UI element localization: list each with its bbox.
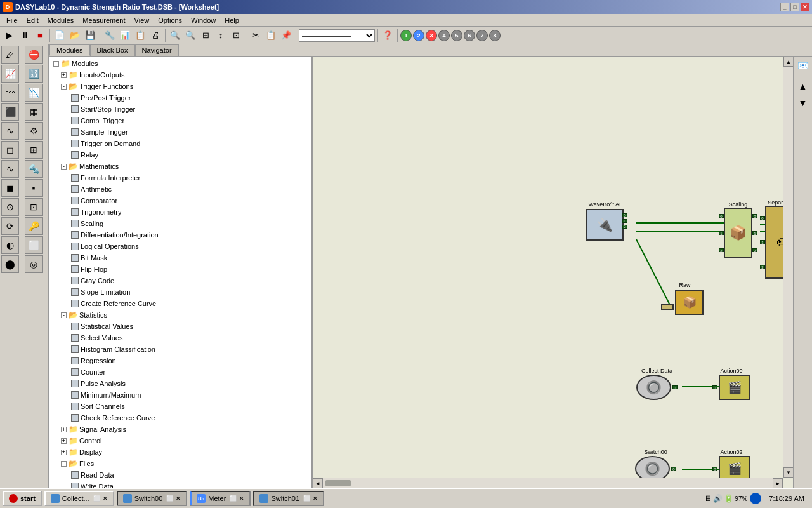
icon-tool-24[interactable]: ◎ [25, 255, 43, 273]
tree-counter[interactable]: Counter [51, 366, 310, 378]
block-action00[interactable]: Action00 0 🎬 [712, 368, 750, 400]
taskbar-close-collect[interactable]: ✕ [103, 495, 108, 502]
tree-sortch[interactable]: Sort Channels [51, 401, 310, 412]
expand-signal[interactable]: + [61, 427, 67, 432]
icon-tool-13[interactable]: ∿ [1, 160, 19, 178]
btn-3[interactable]: 3 [426, 30, 437, 41]
scroll-down-btn[interactable]: ▼ [783, 467, 793, 478]
taskbar-close-switch01[interactable]: ✕ [313, 495, 318, 502]
zoom-out[interactable]: 🔍 [183, 29, 197, 43]
tree-writedata[interactable]: Write Data [51, 481, 310, 488]
expand-stats[interactable]: - [61, 312, 67, 318]
expand-inputs[interactable]: + [61, 72, 67, 78]
tool3[interactable]: 📋 [133, 29, 147, 43]
tree-trigger-functions[interactable]: - 📂 Trigger Functions [51, 81, 310, 92]
taskbar-icon-restore-meter[interactable]: ⬜ [230, 495, 237, 502]
tree-mathematics[interactable]: - 📂 Mathematics [51, 161, 310, 172]
icon-tool-14[interactable]: 🔩 [25, 160, 43, 178]
window-controls[interactable]: _ □ ✕ [780, 3, 809, 11]
tree-readdata[interactable]: Read Data [51, 469, 310, 481]
tree-pulse[interactable]: Pulse Analysis [51, 378, 310, 389]
open-button[interactable]: 📂 [68, 29, 82, 43]
block-action02[interactable]: Action02 0 🎬 [712, 449, 750, 481]
taskbar-icon-restore-switch01[interactable]: ⬜ [303, 495, 310, 502]
icon-tool-21[interactable]: ◐ [1, 236, 19, 254]
tree-arithmetic[interactable]: Arithmetic [51, 184, 310, 195]
icon-tool-2[interactable]: ⛔ [25, 46, 43, 64]
tree-regression[interactable]: Regression [51, 355, 310, 366]
close-button[interactable]: ✕ [801, 3, 809, 11]
tree-flipflop[interactable]: Flip Flop [51, 264, 310, 275]
tree-sample[interactable]: Sample Trigger [51, 126, 310, 138]
tree-histogram[interactable]: Histogram Classification [51, 344, 310, 355]
tree-control[interactable]: + 📁 Control [51, 435, 310, 446]
icon-tool-5[interactable]: 〰 [1, 84, 19, 102]
expand-display[interactable]: + [61, 450, 67, 455]
icon-tool-4[interactable]: 🔢 [25, 65, 43, 83]
tab-blackbox[interactable]: Black Box [90, 44, 135, 56]
icon-tool-11[interactable]: ◻ [1, 141, 19, 159]
menu-help[interactable]: Help [221, 16, 243, 25]
tree-relay[interactable]: Relay [51, 149, 310, 161]
icon-tool-15[interactable]: ◼ [1, 179, 19, 197]
copy-button[interactable]: 📋 [264, 29, 278, 43]
tree-graycode[interactable]: Gray Code [51, 275, 310, 286]
btn-8[interactable]: 8 [489, 30, 501, 41]
icon-tool-9[interactable]: ∿ [1, 122, 19, 140]
icon-tool-6[interactable]: 📉 [25, 84, 43, 102]
btn-1[interactable]: 1 [400, 30, 412, 41]
menu-modules[interactable]: Modules [44, 16, 78, 25]
tree-inputs-outputs[interactable]: + 📁 Inputs/Outputs [51, 69, 310, 81]
taskbar-close-meter[interactable]: ✕ [239, 495, 244, 502]
menu-edit[interactable]: Edit [23, 16, 43, 25]
expand-control[interactable]: + [61, 438, 67, 444]
block-raw[interactable]: Raw 📦 [666, 282, 704, 315]
menu-window[interactable]: Window [187, 16, 219, 25]
menu-options[interactable]: Options [154, 16, 186, 25]
taskbar-item-switch00[interactable]: Switch00 ⬜ ✕ [117, 491, 188, 506]
tree-logical[interactable]: Logical Operations [51, 241, 310, 252]
minimize-button[interactable]: _ [780, 3, 789, 11]
block-scaling[interactable]: Scaling 0 1 2 📦 0 [719, 201, 757, 258]
expand-trigger[interactable]: - [61, 84, 67, 90]
icon-tool-18[interactable]: ⊡ [25, 198, 43, 216]
tree-combi[interactable]: Combi Trigger [51, 115, 310, 126]
tree-startstop[interactable]: Start/Stop Trigger [51, 104, 310, 115]
taskbar-item-collect[interactable]: Collect... ⬜ ✕ [44, 491, 114, 506]
tree-statval[interactable]: Statistical Values [51, 321, 310, 332]
tree-display[interactable]: + 📁 Display [51, 446, 310, 458]
btn-6[interactable]: 6 [464, 30, 475, 41]
icon-tool-19[interactable]: ⟳ [1, 217, 19, 235]
scroll-up-btn[interactable]: ▲ [783, 57, 793, 67]
tree-signal[interactable]: + 📁 Signal Analysis [51, 424, 310, 435]
icon-tool-16[interactable]: ▪ [25, 179, 43, 197]
worksheet-area[interactable]: WaveBo^t AI 🔌 0 1 2 [313, 57, 793, 488]
btn-2[interactable]: 2 [413, 30, 424, 41]
right-icon-1[interactable]: 📧 [796, 58, 811, 73]
taskbar-close-switch00[interactable]: ✕ [176, 495, 181, 502]
icon-tool-22[interactable]: ⬜ [25, 236, 43, 254]
stop-button[interactable]: ■ [33, 29, 47, 43]
taskbar-item-meter[interactable]: 85 Meter ⬜ ✕ [190, 491, 251, 506]
channel-dropdown[interactable]: ——————— [299, 29, 375, 42]
taskbar-icon-restore-switch00[interactable]: ⬜ [166, 495, 173, 502]
right-icon-2[interactable]: ▲ [796, 79, 811, 94]
tree-formula[interactable]: Formula Interpreter [51, 172, 310, 184]
pause-button[interactable]: ⏸ [18, 29, 32, 43]
expand-math[interactable]: - [61, 164, 67, 170]
cut-button[interactable]: ✂ [249, 29, 263, 43]
tree-minmax[interactable]: Minimum/Maximum [51, 389, 310, 401]
tree-createref[interactable]: Create Reference Curve [51, 298, 310, 309]
zoom-fit[interactable]: ⊞ [199, 29, 213, 43]
maximize-button[interactable]: □ [790, 3, 799, 11]
icon-tool-8[interactable]: ▦ [25, 103, 43, 121]
taskbar-icon-restore-collect[interactable]: ⬜ [93, 495, 100, 502]
block-collectdata[interactable]: Collect Data 🔘 0 [636, 368, 678, 400]
icon-tool-3[interactable]: 📈 [1, 65, 19, 83]
tree-scaling[interactable]: Scaling [51, 218, 310, 229]
tool4[interactable]: 🖨 [148, 29, 162, 43]
tree-slope[interactable]: Slope Limitation [51, 286, 310, 298]
icon-tool-17[interactable]: ⊙ [1, 198, 19, 216]
tree-checkref[interactable]: Check Reference Curve [51, 412, 310, 424]
btn-7[interactable]: 7 [476, 30, 488, 41]
